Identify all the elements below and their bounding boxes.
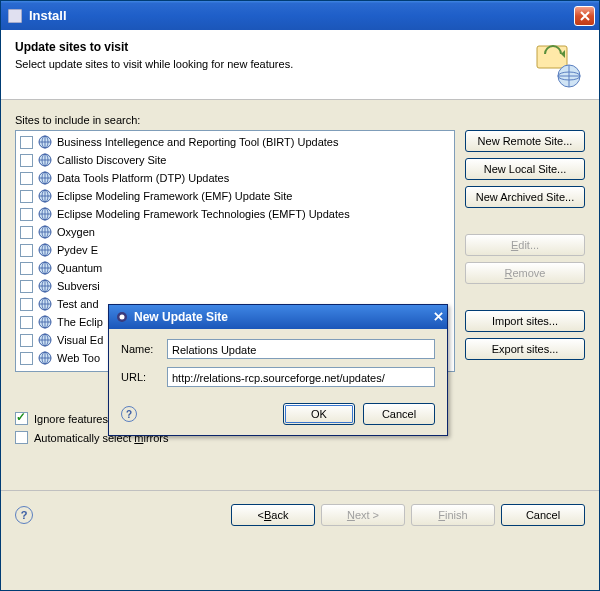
globe-icon — [37, 206, 53, 222]
site-checkbox[interactable] — [20, 316, 33, 329]
globe-icon — [37, 170, 53, 186]
site-label: Test and — [57, 298, 99, 310]
dialog-titlebar: New Update Site — [109, 305, 447, 329]
globe-icon — [37, 134, 53, 150]
window-title: Install — [29, 8, 574, 23]
sites-list-label: Sites to include in search: — [15, 114, 585, 126]
app-icon — [7, 8, 23, 24]
window-titlebar: Install — [1, 1, 599, 30]
banner-description: Select update sites to visit while looki… — [15, 58, 535, 70]
banner-title: Update sites to visit — [15, 40, 535, 54]
remove-button: Remove — [465, 262, 585, 284]
new-archived-site-button[interactable]: New Archived Site... — [465, 186, 585, 208]
site-checkbox[interactable] — [20, 226, 33, 239]
name-label: Name: — [121, 343, 161, 355]
dialog-title: New Update Site — [134, 310, 434, 324]
wizard-banner: Update sites to visit Select update site… — [1, 30, 599, 100]
globe-icon — [37, 332, 53, 348]
help-icon[interactable]: ? — [15, 506, 33, 524]
export-sites-button[interactable]: Export sites... — [465, 338, 585, 360]
globe-icon — [37, 350, 53, 366]
site-list-item[interactable]: Business Intellegence and Reporting Tool… — [18, 133, 452, 151]
globe-icon — [37, 242, 53, 258]
site-label: Business Intellegence and Reporting Tool… — [57, 136, 338, 148]
site-list-item[interactable]: Eclipse Modeling Framework (EMF) Update … — [18, 187, 452, 205]
site-list-item[interactable]: Eclipse Modeling Framework Technologies … — [18, 205, 452, 223]
finish-button: Finish — [411, 504, 495, 526]
globe-icon — [37, 260, 53, 276]
import-sites-button[interactable]: Import sites... — [465, 310, 585, 332]
site-label: Visual Ed — [57, 334, 103, 346]
site-checkbox[interactable] — [20, 154, 33, 167]
svg-point-32 — [120, 315, 125, 320]
site-checkbox[interactable] — [20, 352, 33, 365]
site-checkbox[interactable] — [20, 262, 33, 275]
dialog-ok-button[interactable]: OK — [283, 403, 355, 425]
dialog-cancel-button[interactable]: Cancel — [363, 403, 435, 425]
globe-icon — [37, 152, 53, 168]
site-checkbox[interactable] — [20, 334, 33, 347]
wizard-footer: ? < Back Next > Finish Cancel — [1, 490, 599, 538]
site-checkbox[interactable] — [20, 244, 33, 257]
site-list-item[interactable]: Subversi — [18, 277, 452, 295]
site-checkbox[interactable] — [20, 190, 33, 203]
name-input[interactable]: Relations Update — [167, 339, 435, 359]
site-list-item[interactable]: Quantum — [18, 259, 452, 277]
site-label: Eclipse Modeling Framework (EMF) Update … — [57, 190, 292, 202]
globe-icon — [37, 296, 53, 312]
eclipse-icon — [115, 310, 129, 324]
new-update-site-dialog: New Update Site Name: Relations Update U… — [108, 304, 448, 436]
site-checkbox[interactable] — [20, 136, 33, 149]
site-label: Pydev E — [57, 244, 98, 256]
cancel-button[interactable]: Cancel — [501, 504, 585, 526]
dialog-close-button[interactable] — [434, 310, 443, 324]
back-button[interactable]: < Back — [231, 504, 315, 526]
site-label: Subversi — [57, 280, 100, 292]
globe-icon — [37, 224, 53, 240]
update-sites-icon — [535, 40, 585, 90]
site-label: Oxygen — [57, 226, 95, 238]
site-checkbox[interactable] — [20, 172, 33, 185]
site-checkbox[interactable] — [20, 280, 33, 293]
site-checkbox[interactable] — [20, 208, 33, 221]
site-label: Quantum — [57, 262, 102, 274]
site-list-item[interactable]: Callisto Discovery Site — [18, 151, 452, 169]
site-label: Web Too — [57, 352, 100, 364]
url-input[interactable]: http://relations-rcp.sourceforge.net/upd… — [167, 367, 435, 387]
site-list-item[interactable]: Data Tools Platform (DTP) Updates — [18, 169, 452, 187]
site-list-item[interactable]: Oxygen — [18, 223, 452, 241]
new-remote-site-button[interactable]: New Remote Site... — [465, 130, 585, 152]
new-local-site-button[interactable]: New Local Site... — [465, 158, 585, 180]
site-list-item[interactable]: Pydev E — [18, 241, 452, 259]
window-close-button[interactable] — [574, 6, 595, 26]
next-button: Next > — [321, 504, 405, 526]
site-label: Data Tools Platform (DTP) Updates — [57, 172, 229, 184]
site-label: Callisto Discovery Site — [57, 154, 166, 166]
globe-icon — [37, 188, 53, 204]
auto-select-mirrors-checkbox[interactable] — [15, 431, 28, 444]
site-label: Eclipse Modeling Framework Technologies … — [57, 208, 350, 220]
site-checkbox[interactable] — [20, 298, 33, 311]
ignore-features-checkbox[interactable] — [15, 412, 28, 425]
edit-button: Edit... — [465, 234, 585, 256]
dialog-help-icon[interactable]: ? — [121, 406, 137, 422]
svg-rect-0 — [8, 9, 22, 23]
globe-icon — [37, 314, 53, 330]
site-label: The Eclip — [57, 316, 103, 328]
globe-icon — [37, 278, 53, 294]
svg-rect-1 — [537, 46, 567, 68]
url-label: URL: — [121, 371, 161, 383]
